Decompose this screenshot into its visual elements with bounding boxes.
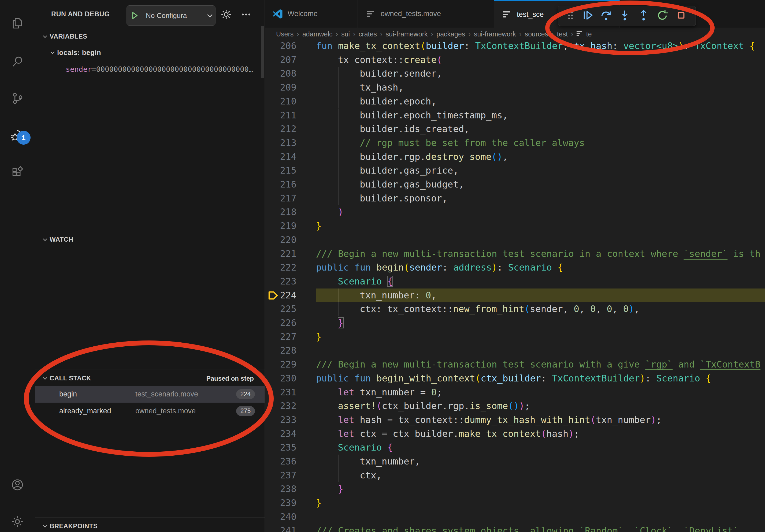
sidebar-scrollbar[interactable] bbox=[261, 26, 264, 78]
code-line-218[interactable]: 218) bbox=[265, 205, 765, 219]
line-number[interactable]: 217 bbox=[265, 191, 297, 205]
debug-config-dropdown[interactable]: No Configura bbox=[127, 5, 216, 26]
code-line-229[interactable]: 229/// Begin a new multi-transaction tes… bbox=[265, 358, 765, 372]
breadcrumb-item[interactable]: Users bbox=[276, 30, 294, 38]
line-number[interactable]: 209 bbox=[265, 81, 297, 95]
code-line-234[interactable]: 234let ctx = ctx_builder.make_tx_context… bbox=[265, 427, 765, 441]
code-line-239[interactable]: 239} bbox=[265, 496, 765, 510]
line-number[interactable]: 227 bbox=[265, 330, 297, 344]
line-number[interactable]: 216 bbox=[265, 177, 297, 191]
code-line-211[interactable]: 211builder.epoch_timestamp_ms, bbox=[265, 109, 765, 123]
stop-button[interactable] bbox=[672, 8, 690, 24]
code-line-215[interactable]: 215builder.gas_price, bbox=[265, 164, 765, 177]
breadcrumb-item[interactable]: crates bbox=[359, 30, 377, 38]
code-line-232[interactable]: 232assert!(ctx_builder.rgp.is_some()); bbox=[265, 399, 765, 413]
breadcrumb-item[interactable]: sui-framework bbox=[474, 30, 516, 38]
activity-item-search[interactable] bbox=[0, 50, 35, 74]
line-number[interactable]: 233 bbox=[265, 413, 297, 427]
code-line-212[interactable]: 212builder.ids_created, bbox=[265, 122, 765, 136]
breadcrumb-item[interactable]: sources bbox=[525, 30, 548, 38]
line-number[interactable]: 224 bbox=[265, 289, 297, 302]
step-into-button[interactable] bbox=[615, 8, 634, 24]
line-number[interactable]: 218 bbox=[265, 205, 297, 219]
tab-owned-tests-move[interactable]: owned_tests.move bbox=[358, 0, 494, 28]
debug-settings-button[interactable] bbox=[218, 7, 235, 22]
line-number[interactable]: 228 bbox=[265, 344, 297, 358]
code-line-206[interactable]: 206fun make_tx_context(builder: TxContex… bbox=[265, 41, 765, 53]
breadcrumb-item[interactable]: test bbox=[557, 30, 568, 38]
variable-row-sender[interactable]: sender = 0000000000000000000000000000000… bbox=[35, 62, 295, 76]
line-number[interactable]: 211 bbox=[265, 109, 297, 123]
breadcrumb-item[interactable]: packages bbox=[436, 30, 465, 38]
activity-item-extensions[interactable] bbox=[0, 161, 35, 185]
code-line-228[interactable]: 228 bbox=[265, 344, 765, 358]
breadcrumb-item[interactable]: adamwelc bbox=[302, 30, 333, 38]
watch-section-header[interactable]: WATCH bbox=[35, 232, 270, 246]
code-line-209[interactable]: 209tx_hash, bbox=[265, 81, 765, 95]
call-stack-frame-already_marked[interactable]: already_markedowned_tests.move275 bbox=[35, 402, 265, 419]
code-line-235[interactable]: 235Scenario { bbox=[265, 441, 765, 454]
code-line-214[interactable]: 214builder.rgp.destroy_some(), bbox=[265, 150, 765, 164]
line-number[interactable]: 235 bbox=[265, 441, 297, 454]
line-number[interactable]: 219 bbox=[265, 219, 297, 233]
more-actions-button[interactable] bbox=[238, 7, 254, 22]
code-line-236[interactable]: 236txn_number, bbox=[265, 454, 765, 468]
line-number[interactable]: 222 bbox=[265, 261, 297, 275]
code-editor[interactable]: 206fun make_tx_context(builder: TxContex… bbox=[265, 41, 765, 532]
code-line-231[interactable]: 231let txn_number = 0; bbox=[265, 386, 765, 399]
line-number[interactable]: 234 bbox=[265, 427, 297, 441]
code-line-227[interactable]: 227} bbox=[265, 330, 765, 344]
code-line-226[interactable]: 226} bbox=[265, 316, 765, 330]
line-number[interactable]: 210 bbox=[265, 95, 297, 109]
activity-item-account[interactable] bbox=[0, 473, 35, 497]
code-line-233[interactable]: 233let hash = tx_context::dummy_tx_hash_… bbox=[265, 413, 765, 427]
code-line-208[interactable]: 208builder.sender, bbox=[265, 67, 765, 81]
code-line-210[interactable]: 210builder.epoch, bbox=[265, 95, 765, 109]
line-number[interactable]: 213 bbox=[265, 136, 297, 150]
line-number[interactable]: 239 bbox=[265, 496, 297, 510]
tab-welcome[interactable]: Welcome bbox=[265, 0, 358, 28]
variables-section-header[interactable]: VARIABLES bbox=[35, 30, 270, 43]
code-line-219[interactable]: 219} bbox=[265, 219, 765, 233]
continue-button[interactable] bbox=[578, 8, 597, 24]
code-line-237[interactable]: 237ctx, bbox=[265, 468, 765, 482]
code-line-224[interactable]: 224txn_number: 0, bbox=[265, 289, 765, 302]
line-number[interactable]: 221 bbox=[265, 247, 297, 261]
line-number[interactable]: 225 bbox=[265, 302, 297, 316]
line-number[interactable]: 223 bbox=[265, 275, 297, 289]
start-debug-button[interactable] bbox=[127, 9, 142, 22]
activity-item-explorer[interactable] bbox=[0, 12, 35, 36]
line-number[interactable]: 238 bbox=[265, 482, 297, 496]
restart-button[interactable] bbox=[653, 8, 672, 24]
code-line-223[interactable]: 223Scenario { bbox=[265, 275, 765, 289]
step-over-button[interactable] bbox=[597, 8, 615, 24]
code-line-207[interactable]: 207tx_context::create( bbox=[265, 53, 765, 67]
line-number[interactable]: 214 bbox=[265, 150, 297, 164]
activity-item-run-and-debug[interactable]: 1 bbox=[0, 124, 35, 148]
locals-scope-row[interactable]: locals: begin bbox=[35, 46, 278, 60]
activity-item-source-control[interactable] bbox=[0, 87, 35, 111]
code-line-221[interactable]: 221/// Begin a new multi-transaction tes… bbox=[265, 247, 765, 261]
line-number[interactable]: 231 bbox=[265, 386, 297, 399]
line-number[interactable]: 229 bbox=[265, 358, 297, 372]
code-line-225[interactable]: 225ctx: tx_context::new_from_hint(sender… bbox=[265, 302, 765, 316]
line-number[interactable]: 237 bbox=[265, 468, 297, 482]
line-number[interactable]: 215 bbox=[265, 164, 297, 177]
code-line-213[interactable]: 213// rgp must be set from the caller al… bbox=[265, 136, 765, 150]
line-number[interactable]: 236 bbox=[265, 454, 297, 468]
activity-item-settings[interactable] bbox=[0, 510, 35, 532]
breadcrumb-item[interactable]: sui bbox=[341, 30, 350, 38]
breakpoints-section-header[interactable]: BREAKPOINTS bbox=[35, 519, 270, 532]
code-line-240[interactable]: 240 bbox=[265, 510, 765, 524]
code-line-238[interactable]: 238} bbox=[265, 482, 765, 496]
code-line-230[interactable]: 230public fun begin_with_context(ctx_bui… bbox=[265, 372, 765, 386]
code-line-216[interactable]: 216builder.gas_budget, bbox=[265, 177, 765, 191]
code-line-222[interactable]: 222public fun begin(sender: address): Sc… bbox=[265, 261, 765, 275]
line-number[interactable]: 226 bbox=[265, 316, 297, 330]
code-line-241[interactable]: 241/// Creates and shares system objects… bbox=[265, 524, 765, 532]
breadcrumb-file-item[interactable]: te bbox=[575, 30, 592, 39]
code-line-217[interactable]: 217builder.sponsor, bbox=[265, 191, 765, 205]
step-out-button[interactable] bbox=[634, 8, 653, 24]
call-stack-frame-begin[interactable]: begintest_scenario.move224 bbox=[35, 386, 265, 402]
code-line-220[interactable]: 220 bbox=[265, 233, 765, 247]
